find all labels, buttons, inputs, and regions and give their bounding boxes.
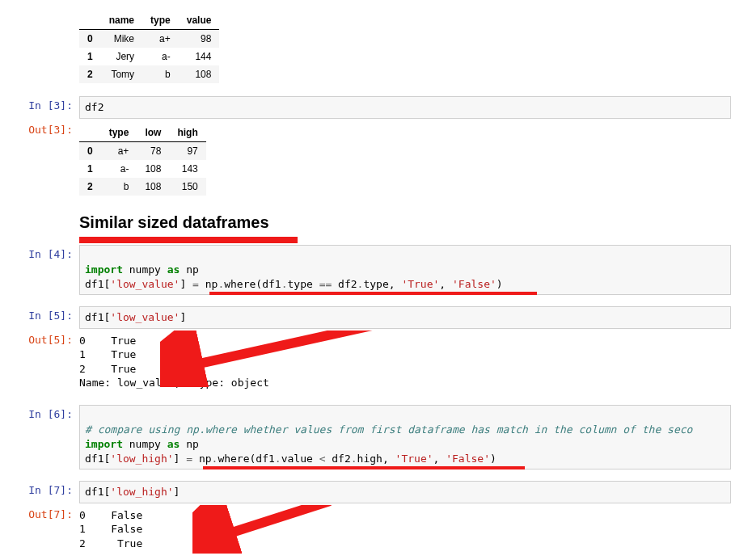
section-heading: Similar sized dataframes (79, 213, 269, 232)
code-cell-7[interactable]: df1['low_high'] (79, 481, 731, 503)
table-header: low (137, 124, 169, 142)
df2-table: typelowhigh 0a+78971a-1081432b108150 (79, 124, 206, 196)
code-cell-4[interactable]: import numpy as np df1['low_value'] = np… (79, 245, 731, 296)
code-cell-5[interactable]: df1['low_value'] (79, 306, 731, 329)
code-cell-3[interactable]: df2 (79, 96, 731, 119)
table-header (79, 11, 101, 30)
table-row: 1Jerya-144 (79, 48, 219, 65)
table-row: 0a+7897 (79, 141, 206, 160)
table-row: 2b108150 (79, 178, 206, 196)
output-5: 0 True 1 True 2 True Name: low_value, dt… (79, 331, 731, 394)
df1-table: nametypevalue 0Mikea+981Jerya-1442Tomyb1… (79, 11, 219, 83)
prompt-out-3: Out[3]: (0, 120, 79, 136)
prompt-in-6: In [6]: (0, 405, 79, 420)
annotation-underline-heading (79, 237, 298, 243)
annotation-underline-cell6 (203, 466, 525, 469)
prompt-in-4: In [4]: (0, 245, 79, 260)
table-header: type (101, 124, 137, 142)
table-header: high (169, 124, 205, 142)
prompt-in-7: In [7]: (0, 481, 79, 496)
prompt-out-5: Out[5]: (0, 331, 79, 346)
prompt-in-3: In [3]: (0, 96, 79, 112)
code-cell-6[interactable]: # compare using np.where whether values … (79, 405, 731, 469)
table-row: 2Tomyb108 (79, 65, 219, 83)
prompt-in-5: In [5]: (0, 306, 79, 322)
code-text: df2 (85, 101, 104, 113)
table-row: 0Mikea+98 (79, 30, 219, 48)
table-row: 1a-108143 (79, 160, 206, 178)
prompt-out-7: Out[7]: (0, 505, 79, 520)
table-header: name (101, 11, 142, 30)
prompt-output-2 (0, 8, 79, 11)
output-7: 0 False 1 False 2 True (79, 505, 731, 554)
annotation-underline-cell4 (209, 292, 537, 295)
table-header: type (142, 11, 179, 30)
table-header (79, 124, 101, 142)
table-header: value (179, 11, 220, 30)
